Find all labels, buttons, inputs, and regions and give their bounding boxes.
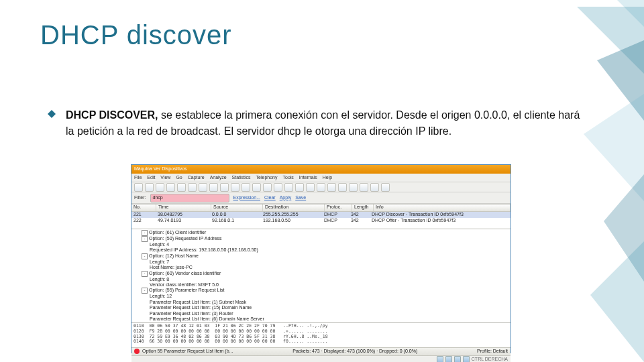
menu-item[interactable]: Edit — [147, 175, 155, 180]
tree-item[interactable]: Parameter Request List Item: (1) Subnet … — [133, 300, 508, 305]
svg-marker-3 — [584, 94, 644, 201]
filter-link[interactable]: Clear — [264, 195, 276, 200]
slide-title: DHCP discover — [40, 20, 232, 50]
toolbar-button[interactable] — [166, 183, 175, 192]
filter-input[interactable]: dhcp — [150, 194, 229, 202]
toolbar-button[interactable] — [188, 183, 197, 192]
wireshark-statusbar: Option 55 Parameter Request List Item (b… — [131, 347, 511, 355]
svg-marker-0 — [617, 0, 644, 27]
toolbar-button[interactable] — [241, 183, 250, 192]
toolbar-button[interactable] — [156, 183, 164, 192]
toolbar-button[interactable] — [306, 183, 315, 192]
wireshark-window: Máquina Ver Dispositivos FileEditViewGoC… — [131, 164, 511, 353]
toolbar-button[interactable] — [327, 183, 336, 192]
column-header[interactable]: Info — [374, 204, 511, 211]
menu-item[interactable]: Telephony — [256, 175, 278, 180]
svg-marker-6 — [48, 110, 56, 118]
svg-marker-2 — [597, 40, 644, 121]
menu-item[interactable]: View — [160, 175, 170, 180]
packet-details-pane[interactable]: -Option: (61) Client identifier-Option: … — [131, 229, 511, 322]
tree-item[interactable]: Host Name: jose-PC — [133, 265, 508, 270]
toolbar-button[interactable] — [349, 183, 358, 192]
tree-item[interactable]: Parameter Request List Item: (15) Domain… — [133, 305, 508, 310]
toolbar-button[interactable] — [252, 183, 261, 192]
bullet-item: DHCP DISCOVER, se establece la primera c… — [47, 107, 584, 139]
tree-item[interactable]: Parameter Request List Item: (3) Router — [133, 311, 508, 316]
bullet-text: DHCP DISCOVER, se establece la primera c… — [66, 107, 584, 139]
column-header[interactable]: Protoc. — [325, 204, 352, 211]
tree-toggle-icon[interactable]: - — [142, 271, 148, 277]
toolbar-button[interactable] — [274, 183, 282, 192]
toolbar-button[interactable] — [295, 183, 304, 192]
virtualbox-statusbar: CTRL DERECHA — [131, 355, 511, 362]
menu-item[interactable]: Capture — [188, 175, 205, 180]
menu-item[interactable]: Statistics — [232, 175, 251, 180]
tree-item[interactable]: -Option: (55) Parameter Request List — [133, 288, 508, 294]
column-header[interactable]: Time — [156, 204, 211, 211]
tree-item[interactable]: Length: 8 — [133, 277, 508, 282]
wireshark-toolbar[interactable] — [131, 182, 511, 192]
menu-item[interactable]: File — [134, 175, 142, 180]
packet-row[interactable]: 22249.74.019392.168.0.1192.168.0.50DHCP3… — [131, 218, 511, 224]
vbx-net-icon — [445, 356, 452, 362]
tree-item[interactable]: Requested IP Address: 192.168.0.50 (192.… — [133, 247, 508, 253]
vbx-shared-icon — [463, 356, 470, 362]
toolbar-button[interactable] — [220, 183, 229, 192]
filter-links[interactable]: Expression...ClearApplySave — [233, 195, 311, 200]
toolbar-button[interactable] — [145, 183, 154, 192]
decorative-triangles — [496, 0, 644, 362]
packet-row[interactable]: 22138.04827950.0.0.0255.255.255.255DHCP3… — [131, 212, 511, 218]
tree-toggle-icon[interactable]: - — [142, 236, 148, 242]
filter-label: Filter: — [134, 195, 146, 200]
toolbar-button[interactable] — [284, 183, 293, 192]
wireshark-menubar[interactable]: FileEditViewGoCaptureAnalyzeStatisticsTe… — [131, 174, 511, 182]
toolbar-button[interactable] — [209, 183, 218, 192]
vbx-disk-icon — [437, 356, 443, 362]
toolbar-button[interactable] — [134, 183, 143, 192]
tree-item[interactable]: Length: 12 — [133, 294, 508, 299]
svg-marker-1 — [577, 7, 644, 74]
tree-item[interactable]: Vendor class identifier: MSFT 5.0 — [133, 282, 508, 288]
toolbar-button[interactable] — [381, 183, 390, 192]
tree-toggle-icon[interactable]: - — [142, 253, 148, 259]
menu-item[interactable]: Tools — [282, 175, 293, 180]
toolbar-button[interactable] — [370, 183, 379, 192]
vbx-usb-icon — [454, 356, 461, 362]
filter-link[interactable]: Expression... — [233, 195, 260, 200]
tree-item[interactable]: Length: 7 — [133, 259, 508, 265]
column-header[interactable]: Length — [352, 204, 374, 211]
tree-item[interactable]: -Option: (61) Client identifier — [133, 230, 508, 236]
tree-item[interactable]: Parameter Request List Item: (6) Domain … — [133, 316, 508, 322]
tree-item[interactable]: Length: 4 — [133, 242, 508, 247]
packet-bytes-pane[interactable]: 0110 00 06 50 37 48 12 01 03 1F 21 06 2C… — [131, 322, 511, 347]
bullet-diamond-icon — [47, 109, 56, 139]
virtualbox-menubar: Máquina Ver Dispositivos — [131, 165, 511, 174]
filter-link[interactable]: Apply — [280, 195, 292, 200]
packet-list-pane[interactable]: No.TimeSourceDestinationProtoc.LengthInf… — [131, 204, 511, 229]
toolbar-button[interactable] — [317, 183, 325, 192]
toolbar-button[interactable] — [199, 183, 207, 192]
column-header[interactable]: Source — [211, 204, 263, 211]
toolbar-button[interactable] — [360, 183, 368, 192]
toolbar-button[interactable] — [263, 183, 272, 192]
column-header[interactable]: No. — [131, 204, 156, 211]
wireshark-filterbar[interactable]: Filter: dhcp Expression...ClearApplySave — [131, 192, 511, 204]
tree-toggle-icon[interactable]: - — [142, 288, 148, 294]
menu-item[interactable]: Help — [323, 175, 332, 180]
svg-marker-4 — [604, 174, 644, 282]
tree-item[interactable]: -Option: (50) Requested IP Address — [133, 236, 508, 242]
filter-link[interactable]: Save — [295, 195, 306, 200]
tree-item[interactable]: -Option: (12) Host Name — [133, 253, 508, 259]
menu-item[interactable]: Go — [176, 175, 182, 180]
record-icon — [134, 349, 140, 354]
toolbar-button[interactable] — [338, 183, 347, 192]
tree-item[interactable]: -Option: (60) Vendor class identifier — [133, 271, 508, 277]
toolbar-button[interactable] — [231, 183, 239, 192]
menu-item[interactable]: Analyze — [210, 175, 227, 180]
toolbar-button[interactable] — [177, 183, 186, 192]
menu-item[interactable]: Internals — [299, 175, 317, 180]
column-header[interactable]: Destination — [263, 204, 325, 211]
tree-toggle-icon[interactable]: - — [142, 230, 148, 236]
svg-marker-5 — [590, 241, 644, 362]
